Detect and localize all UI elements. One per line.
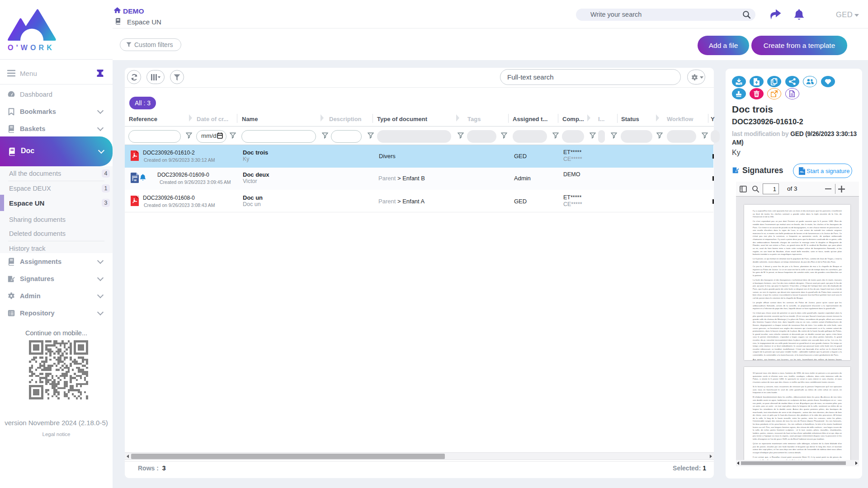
svg-text:O'WORK: O'WORK <box>8 44 55 51</box>
svg-text:w: w <box>134 178 137 182</box>
